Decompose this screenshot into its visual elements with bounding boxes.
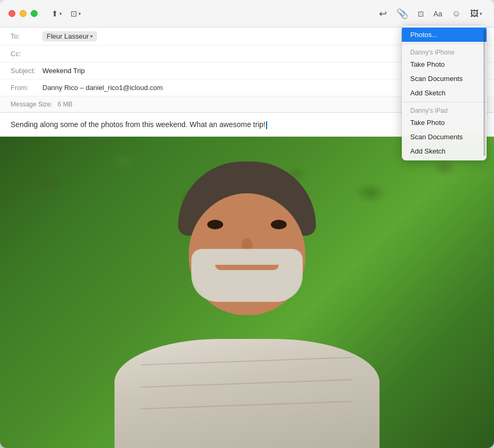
photo-dropdown-arrow: ▾ <box>480 11 482 16</box>
menu-item-add-sketch-iphone[interactable]: Add Sketch <box>402 86 487 100</box>
smile <box>215 265 279 270</box>
menu-item-add-sketch-ipad[interactable]: Add Sketch <box>402 144 487 158</box>
menu-divider-2 <box>402 102 487 102</box>
attachment-icon: 📎 <box>396 8 408 20</box>
shirt-stripe-3 <box>141 401 353 409</box>
send-button[interactable]: ⬆ ▾ <box>48 7 65 21</box>
send-chevron: ▾ <box>59 11 62 16</box>
traffic-lights <box>8 10 38 17</box>
emoji-icon: ☺ <box>452 9 461 19</box>
subject-label: Subject: <box>11 67 42 75</box>
toolbar-left: ⬆ ▾ ⊡ ▾ <box>48 7 84 21</box>
photos-label: Photos... <box>410 31 437 39</box>
dannys-ipad-header: Danny's iPad <box>402 104 487 115</box>
minimize-button[interactable] <box>20 10 27 17</box>
compose-button[interactable]: ⊡ ▾ <box>67 7 84 21</box>
iphone-header-label: Danny's iPhone <box>410 49 455 56</box>
add-sketch-1-label: Add Sketch <box>410 89 446 97</box>
scan-docs-2-label: Scan Documents <box>410 133 463 141</box>
shirt-stripe-1 <box>141 357 353 365</box>
body-text: Sending along some of the photos from th… <box>11 120 266 129</box>
menu-scrollbar <box>483 30 486 156</box>
attachment-button[interactable]: 📎 <box>393 6 411 22</box>
add-sketch-2-label: Add Sketch <box>410 147 446 155</box>
dannys-iphone-header: Danny's iPhone <box>402 46 487 57</box>
to-label: To: <box>11 32 42 40</box>
shirt-stripe-2 <box>141 379 353 388</box>
to-value: Fleur Lasseur <box>47 32 89 40</box>
compose-icon: ⊡ <box>70 9 77 19</box>
scan-docs-1-label: Scan Documents <box>410 75 463 83</box>
subject-value: Weekend Trip <box>42 67 85 75</box>
menu-item-scan-docs-ipad[interactable]: Scan Documents <box>402 130 487 144</box>
mail-compose-window: ⬆ ▾ ⊡ ▾ ↩ 📎 ⊡ Aa ☺ <box>0 0 494 448</box>
from-value: Danny Rico – daniel_rico1@icloud.com <box>42 84 163 92</box>
maximize-button[interactable] <box>31 10 38 17</box>
msg-size-label-text: Message Size: <box>11 101 52 108</box>
insert-photo-dropdown: Photos... Danny's iPhone Take Photo Scan… <box>402 25 487 160</box>
left-eye <box>207 220 223 229</box>
menu-item-take-photo-iphone[interactable]: Take Photo <box>402 57 487 71</box>
emoji-button[interactable]: ☺ <box>449 7 464 21</box>
font-icon: Aa <box>434 10 443 18</box>
to-chevron-icon: ▾ <box>90 33 93 39</box>
cc-label: Cc: <box>11 50 42 58</box>
beard <box>191 249 303 302</box>
photo-image <box>0 137 494 448</box>
menu-item-photos[interactable]: Photos... <box>402 28 487 42</box>
edit-icon: ⊡ <box>418 10 424 18</box>
titlebar: ⬆ ▾ ⊡ ▾ ↩ 📎 ⊡ Aa ☺ <box>0 0 494 28</box>
menu-divider-1 <box>402 43 487 44</box>
menu-item-take-photo-ipad[interactable]: Take Photo <box>402 115 487 130</box>
message-size-label: Message Size: 6 MB <box>11 101 73 108</box>
right-eye <box>271 220 287 229</box>
insert-photo-button[interactable]: 🖼 ▾ <box>467 7 486 21</box>
edit-button[interactable]: ⊡ <box>414 7 427 20</box>
reply-icon: ↩ <box>379 8 387 20</box>
from-label: From: <box>11 84 42 92</box>
to-chip[interactable]: Fleur Lasseur ▾ <box>42 31 97 41</box>
photo-icon: 🖼 <box>470 9 479 19</box>
toolbar-right: ↩ 📎 ⊡ Aa ☺ 🖼 ▾ <box>376 6 486 22</box>
send-icon: ⬆ <box>51 9 58 19</box>
photo-container <box>0 137 494 448</box>
take-photo-2-label: Take Photo <box>410 119 445 127</box>
msg-size-value: 6 MB <box>58 101 73 108</box>
reply-button[interactable]: ↩ <box>376 6 390 22</box>
menu-item-scan-docs-iphone[interactable]: Scan Documents <box>402 71 487 86</box>
ipad-header-label: Danny's iPad <box>410 107 447 114</box>
font-button[interactable]: Aa <box>430 7 446 20</box>
shirt <box>114 339 380 448</box>
text-cursor <box>266 121 267 129</box>
compose-chevron: ▾ <box>78 11 81 16</box>
close-button[interactable] <box>8 10 15 17</box>
take-photo-1-label: Take Photo <box>410 60 445 68</box>
